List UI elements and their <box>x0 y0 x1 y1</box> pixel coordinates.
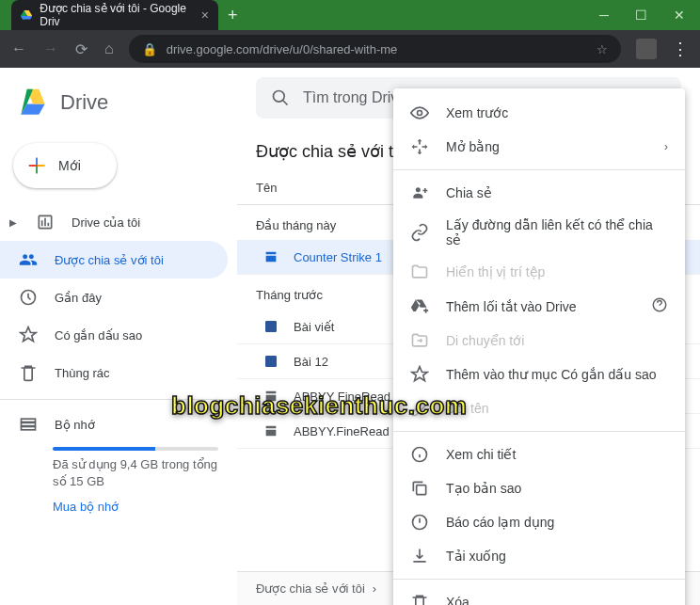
ctx-label: Lấy đường dẫn liên kết có thể chia sẻ <box>446 217 668 247</box>
ctx-label: Tải xuống <box>446 549 506 564</box>
brand-text: Drive <box>60 90 108 115</box>
ctx-add-shortcut[interactable]: Thêm lối tắt vào Drive <box>393 289 685 324</box>
sidebar-item-recent[interactable]: Gần đây <box>0 279 228 316</box>
ctx-label: Xem chi tiết <box>446 447 516 462</box>
svg-rect-6 <box>265 356 277 367</box>
chevron-right-icon: › <box>664 140 668 153</box>
eye-icon <box>410 103 429 122</box>
sidebar-item-starred[interactable]: Có gắn dấu sao <box>0 316 228 354</box>
ctx-download[interactable]: Tải xuống <box>393 539 685 573</box>
profile-avatar[interactable] <box>636 39 657 59</box>
sidebar-item-label: Thùng rác <box>55 366 110 380</box>
ctx-label: Xóa <box>446 595 469 605</box>
search-icon <box>271 88 290 107</box>
tab-title: Được chia sẻ với tôi - Google Driv <box>40 2 188 28</box>
archive-icon <box>263 249 278 264</box>
ctx-label: Hiển thị vị trí tệp <box>446 264 545 279</box>
nav-reload-icon[interactable]: ⟳ <box>75 40 88 58</box>
drive-logo[interactable]: Drive <box>0 77 237 134</box>
ctx-remove[interactable]: Xóa <box>393 585 685 605</box>
new-button[interactable]: Mới <box>13 143 117 188</box>
archive-icon <box>263 423 278 438</box>
svg-rect-5 <box>265 321 277 332</box>
people-icon <box>19 250 38 269</box>
folder-icon <box>410 263 429 281</box>
nav-back-icon[interactable]: ← <box>11 40 26 57</box>
window-maximize-icon[interactable]: ☐ <box>635 8 647 23</box>
chevron-right-icon: › <box>373 581 376 596</box>
clock-icon <box>19 288 38 307</box>
ctx-show-location: Hiển thị vị trí tệp <box>393 255 685 289</box>
ctx-make-copy[interactable]: Tạo bản sao <box>393 471 685 505</box>
storage-detail: Đã sử dụng 9,4 GB trong tổng số 15 GB <box>53 456 218 490</box>
word-icon <box>263 319 278 334</box>
move-icon <box>410 331 429 350</box>
star-icon <box>19 326 38 344</box>
tab-close-icon[interactable]: × <box>201 8 209 23</box>
sidebar-item-trash[interactable]: Thùng rác <box>0 354 228 391</box>
nav-home-icon[interactable]: ⌂ <box>104 40 114 57</box>
url-text: drive.google.com/drive/u/0/shared-with-m… <box>167 42 398 56</box>
ctx-label: Thêm vào thư mục Có gắn dấu sao <box>446 367 657 382</box>
file-name: Counter Strike 1 <box>294 250 382 264</box>
browser-tab[interactable]: Được chia sẻ với tôi - Google Driv × <box>11 0 218 30</box>
svg-point-7 <box>418 111 422 116</box>
ctx-label: Mở bằng <box>446 139 500 154</box>
help-icon[interactable] <box>651 296 668 316</box>
nav-forward-icon: → <box>43 40 58 57</box>
svg-rect-11 <box>417 486 426 495</box>
ctx-label: Xem trước <box>446 105 508 120</box>
copy-icon <box>410 479 429 498</box>
word-icon <box>263 354 278 369</box>
plus-icon <box>26 155 47 176</box>
search-placeholder: Tìm trong Driv <box>303 89 398 106</box>
download-icon <box>410 547 429 565</box>
sidebar-item-label: Được chia sẻ với tôi <box>55 253 164 267</box>
file-name: Bài 12 <box>294 355 328 369</box>
svg-rect-1 <box>22 419 36 422</box>
new-button-label: Mới <box>58 158 81 173</box>
lock-icon: 🔒 <box>142 42 157 56</box>
watermark-text: blogchiasekienthuc.com <box>171 391 467 421</box>
file-name: ABBYY.FineRead <box>294 424 390 438</box>
window-minimize-icon[interactable]: ─ <box>599 8 609 23</box>
ctx-preview[interactable]: Xem trước <box>393 96 685 130</box>
ctx-add-star[interactable]: Thêm vào thư mục Có gắn dấu sao <box>393 358 685 391</box>
drive-add-icon <box>410 297 429 316</box>
open-with-icon <box>410 137 429 156</box>
warning-icon <box>410 513 429 532</box>
breadcrumb-text: Được chia sẻ với tôi <box>256 581 365 596</box>
window-close-icon[interactable]: ✕ <box>674 8 685 23</box>
sidebar-item-my-drive[interactable]: ▶ Drive của tôi <box>0 203 228 241</box>
star-icon <box>410 365 429 384</box>
sidebar-item-label: Gần đây <box>55 291 102 305</box>
storage-label: Bộ nhớ <box>55 418 95 432</box>
sidebar-item-label: Có gắn dấu sao <box>55 328 142 342</box>
expand-triangle-icon[interactable]: ▶ <box>9 217 19 228</box>
ctx-get-link[interactable]: Lấy đường dẫn liên kết có thể chia sẻ <box>393 210 685 255</box>
ctx-report[interactable]: Báo cáo lạm dụng <box>393 505 685 539</box>
trash-icon <box>19 363 38 382</box>
my-drive-icon <box>36 213 55 231</box>
buy-storage-link[interactable]: Mua bộ nhớ <box>53 500 237 514</box>
storage-progress <box>53 447 218 451</box>
link-icon <box>410 223 429 242</box>
drive-logo-icon <box>15 85 51 120</box>
ctx-label: Thêm lối tắt vào Drive <box>446 299 577 314</box>
ctx-open-with[interactable]: Mở bằng › <box>393 130 685 164</box>
address-bar[interactable]: 🔒 drive.google.com/drive/u/0/shared-with… <box>129 35 621 63</box>
svg-point-4 <box>274 91 285 103</box>
context-menu: Xem trước Mở bằng › Chia sẻ Lấy đường dẫ… <box>393 88 685 605</box>
svg-rect-2 <box>22 422 36 425</box>
storage-icon <box>19 415 38 434</box>
ctx-move-to: Di chuyển tới <box>393 324 685 358</box>
new-tab-button[interactable]: + <box>228 6 238 25</box>
sidebar-item-shared[interactable]: Được chia sẻ với tôi <box>0 241 228 279</box>
drive-favicon <box>21 8 32 22</box>
ctx-label: Tạo bản sao <box>446 481 521 496</box>
file-name: Bài viết <box>294 320 334 334</box>
browser-menu-icon[interactable]: ⋮ <box>672 39 689 59</box>
ctx-share[interactable]: Chia sẻ <box>393 176 685 210</box>
star-bookmark-icon[interactable]: ☆ <box>597 42 608 56</box>
ctx-details[interactable]: Xem chi tiết <box>393 438 685 471</box>
